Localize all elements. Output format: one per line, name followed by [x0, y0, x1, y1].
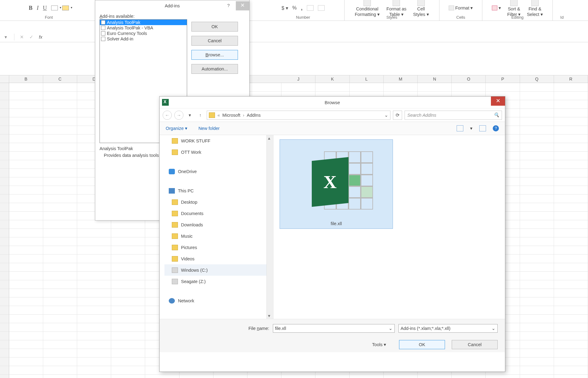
view-mode-button[interactable] — [457, 125, 463, 131]
folder-tree[interactable]: WORK STUFF OTT Work OneDrive This PC Des… — [160, 135, 273, 319]
col-m[interactable]: M — [384, 75, 418, 83]
tree-pictures[interactable]: Pictures — [164, 242, 273, 253]
tree-scrollbar[interactable] — [266, 135, 273, 319]
select-all-corner[interactable] — [0, 75, 9, 83]
col-k[interactable]: K — [315, 75, 349, 83]
addins-item-analysis-toolpak[interactable]: Analysis ToolPak — [100, 20, 187, 25]
cancel-formula-icon[interactable]: ✕ — [20, 35, 24, 40]
addins-item-solver[interactable]: Solver Add-in — [100, 36, 187, 42]
organize-button[interactable]: Organize ▾ — [166, 126, 187, 131]
addins-automation-button[interactable]: AAutomation... — [191, 64, 238, 74]
breadcrumb-microsoft[interactable]: Microsoft — [222, 113, 240, 118]
browse-close-button[interactable]: ✕ — [491, 96, 505, 106]
file-pane[interactable]: X file.xll — [273, 135, 505, 319]
col-b[interactable]: B — [9, 75, 43, 83]
ribbon-editing-group: ▾ Sort &Filter ▾ Find &Select ▾ Editing — [482, 0, 553, 21]
tree-this-pc[interactable]: This PC — [164, 185, 273, 196]
tree-music[interactable]: Music — [164, 230, 273, 242]
help-icon[interactable]: ? — [493, 125, 499, 131]
drive-icon — [172, 267, 178, 273]
addins-item-euro-currency[interactable]: Euro Currency Tools — [100, 31, 187, 36]
file-name-label: File name: — [248, 326, 269, 331]
checkbox-icon[interactable] — [101, 37, 105, 41]
tree-onedrive[interactable]: OneDrive — [164, 166, 273, 177]
addins-item-analysis-toolpak-vba[interactable]: Analysis ToolPak - VBA — [100, 25, 187, 31]
decrease-decimal-button[interactable] — [318, 5, 325, 11]
file-item[interactable]: X file.xll — [280, 139, 393, 229]
col-j[interactable]: J — [281, 75, 315, 83]
format-as-table-button[interactable]: Format asTable ▾ — [386, 0, 406, 17]
checkbox-icon[interactable] — [101, 20, 105, 25]
border-picker[interactable] — [51, 6, 58, 10]
col-n[interactable]: N — [418, 75, 452, 83]
browse-titlebar: Browse ✕ — [160, 96, 505, 108]
find-select-button[interactable]: Find &Select ▾ — [527, 0, 543, 17]
browse-ok-button[interactable]: OK — [399, 340, 445, 349]
tree-desktop[interactable]: Desktop — [164, 196, 273, 208]
browse-toolbar: Organize ▾ New folder ▾ ? — [160, 122, 505, 135]
browse-cancel-button[interactable]: Cancel — [452, 340, 498, 349]
tree-network[interactable]: Network — [164, 295, 273, 306]
col-o[interactable]: O — [452, 75, 486, 83]
italic-button[interactable]: I — [37, 5, 39, 11]
cell-styles-button[interactable]: CellStyles ▾ — [413, 0, 429, 17]
fill-color-picker[interactable] — [62, 6, 69, 10]
folder-icon — [172, 149, 178, 155]
format-button[interactable]: Format ▾ — [449, 6, 473, 10]
new-folder-button[interactable]: New folder — [198, 126, 220, 131]
chevron-down-icon[interactable]: ⌄ — [389, 326, 393, 331]
nav-forward-button[interactable]: → — [174, 111, 183, 120]
addins-close-button[interactable]: ✕ — [236, 1, 249, 10]
sort-filter-button[interactable]: Sort &Filter ▾ — [507, 0, 521, 17]
chevron-down-icon[interactable]: ⌄ — [384, 113, 388, 118]
addins-title: Add-ins — [165, 3, 180, 8]
chevron-down-icon[interactable]: ▾ — [470, 126, 473, 131]
ribbon: B I U Font $ ▾ % , Number ConditionalFor… — [0, 0, 588, 21]
clear-button[interactable]: ▾ — [492, 6, 501, 10]
file-name-input[interactable]: file.xll⌄ — [273, 324, 395, 333]
search-input[interactable]: Search AddIns 🔍 — [405, 111, 502, 120]
tree-windows-c[interactable]: Windows (C:) — [164, 264, 273, 276]
col-q[interactable]: Q — [520, 75, 554, 83]
chevron-down-icon[interactable]: ⌄ — [492, 326, 496, 331]
addins-browse-button[interactable]: Browse... — [191, 50, 238, 60]
checkbox-icon[interactable] — [101, 26, 105, 30]
tree-documents[interactable]: Documents — [164, 208, 273, 219]
comma-format-button[interactable]: , — [301, 5, 303, 11]
checkbox-icon[interactable] — [101, 31, 105, 36]
nav-up-button[interactable]: ↑ — [196, 111, 204, 119]
name-box-dropdown[interactable]: ▾ — [3, 35, 9, 40]
folder-icon — [172, 199, 178, 205]
enter-formula-icon[interactable]: ✓ — [29, 35, 33, 40]
breadcrumb[interactable]: « Microsoft › AddIns ⌄ — [207, 111, 390, 120]
tree-work-stuff[interactable]: WORK STUFF — [164, 135, 273, 146]
col-r[interactable]: R — [554, 75, 588, 83]
preview-pane-button[interactable] — [479, 125, 486, 131]
bold-button[interactable]: B — [29, 5, 32, 11]
nav-history-dropdown[interactable]: ▾ — [186, 111, 194, 119]
ribbon-styles-group: ConditionalFormatting ▾ Format asTable ▾… — [345, 0, 439, 21]
col-p[interactable]: P — [486, 75, 520, 83]
tree-seagate-z[interactable]: Seagate (Z:) — [164, 276, 273, 287]
folder-icon — [172, 138, 178, 144]
accounting-format-button[interactable]: $ ▾ — [281, 5, 288, 11]
file-thumbnail: X — [300, 145, 373, 219]
tree-downloads[interactable]: Downloads — [164, 219, 273, 230]
tools-dropdown[interactable]: Tools ▾ — [372, 342, 386, 347]
addins-help-button[interactable]: ? — [222, 1, 235, 10]
nav-back-button[interactable]: ← — [163, 111, 172, 120]
refresh-button[interactable]: ⟳ — [393, 111, 402, 120]
increase-decimal-button[interactable] — [307, 5, 314, 11]
breadcrumb-addins[interactable]: AddIns — [247, 113, 261, 118]
fx-icon[interactable]: fx — [39, 35, 42, 40]
file-type-select[interactable]: Add-ins (*.xlam;*.xla;*.xll)⌄ — [398, 324, 498, 333]
col-c[interactable]: C — [43, 75, 77, 83]
underline-button[interactable]: U — [43, 5, 47, 11]
addins-cancel-button[interactable]: Cancel — [191, 36, 238, 46]
conditional-formatting-button[interactable]: ConditionalFormatting ▾ — [355, 0, 379, 17]
tree-ott-work[interactable]: OTT Work — [164, 146, 273, 158]
addins-ok-button[interactable]: OK — [191, 22, 238, 32]
percent-format-button[interactable]: % — [292, 5, 297, 11]
tree-videos[interactable]: Videos — [164, 253, 273, 264]
col-l[interactable]: L — [350, 75, 384, 83]
